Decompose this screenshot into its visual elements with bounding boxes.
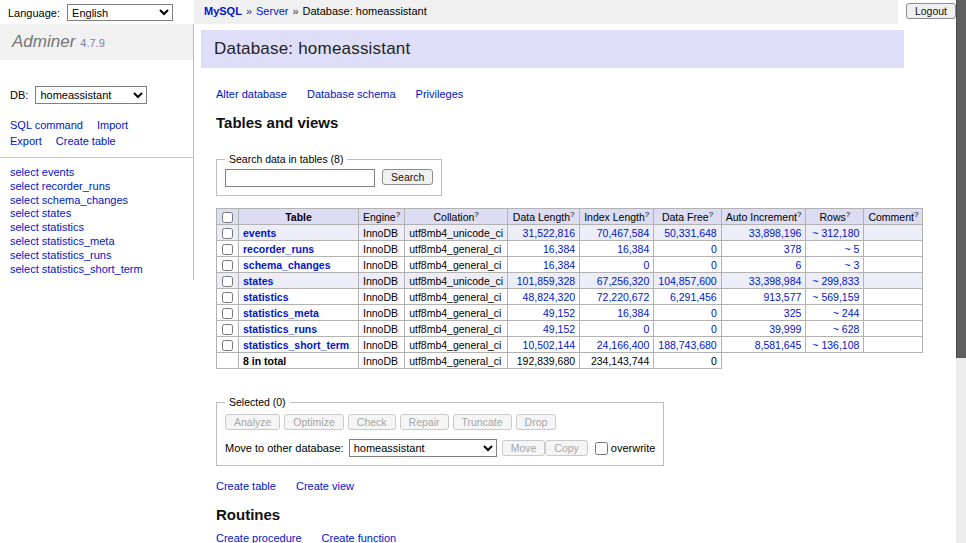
sidebar-action-link[interactable]: Export: [10, 135, 42, 147]
move-db-select[interactable]: homeassistant: [349, 439, 497, 457]
table-name-link[interactable]: schema_changes: [243, 259, 331, 271]
sidebar-select-link[interactable]: select schema_changes: [10, 194, 183, 208]
index-length-link[interactable]: 16,384: [617, 307, 649, 319]
scrollbar[interactable]: [956, 0, 966, 543]
table-name-link[interactable]: events: [243, 227, 276, 239]
sidebar-select-link[interactable]: select events: [10, 166, 183, 180]
auto-increment-link[interactable]: 325: [784, 307, 802, 319]
data-free-link[interactable]: 0: [711, 323, 717, 335]
scrollbar-thumb[interactable]: [956, 0, 966, 358]
data-free-link[interactable]: 0: [711, 307, 717, 319]
rows-link[interactable]: ~ 569,159: [812, 291, 859, 303]
row-checkbox[interactable]: [222, 340, 233, 351]
logout-button[interactable]: Logout: [906, 3, 956, 19]
rows-link[interactable]: ~ 244: [833, 307, 860, 319]
data-length-link[interactable]: 10,502,144: [523, 339, 576, 351]
sidebar-action-link[interactable]: Create table: [56, 135, 116, 147]
sidebar-select-link[interactable]: select states: [10, 207, 183, 221]
row-checkbox[interactable]: [222, 292, 233, 303]
column-hint-link[interactable]: ?: [396, 209, 400, 218]
data-length-link[interactable]: 49,152: [543, 323, 575, 335]
table-name-link[interactable]: recorder_runs: [243, 243, 314, 255]
auto-increment-link[interactable]: 8,581,645: [755, 339, 802, 351]
index-length-link[interactable]: 72,220,672: [597, 291, 650, 303]
rows-link[interactable]: ~ 299,833: [812, 275, 859, 287]
rows-link[interactable]: ~ 628: [833, 323, 860, 335]
table-name-link[interactable]: statistics_runs: [243, 323, 317, 335]
db-action-link[interactable]: Database schema: [307, 88, 396, 100]
language-select[interactable]: English: [67, 4, 173, 21]
index-length-link[interactable]: 67,256,320: [597, 275, 650, 287]
table-name-link[interactable]: statistics_meta: [243, 307, 319, 319]
data-free-link[interactable]: 50,331,648: [664, 227, 717, 239]
sidebar-select-link[interactable]: select statistics_meta: [10, 235, 183, 249]
data-free-link[interactable]: 0: [711, 259, 717, 271]
row-checkbox[interactable]: [222, 308, 233, 319]
db-select[interactable]: homeassistant: [35, 86, 147, 104]
sidebar-select-link[interactable]: select statistics: [10, 221, 183, 235]
data-free-link[interactable]: 188,743,680: [658, 339, 716, 351]
rows-link[interactable]: ~ 5: [844, 243, 859, 255]
data-length-link[interactable]: 31,522,816: [523, 227, 576, 239]
auto-increment-link[interactable]: 378: [784, 243, 802, 255]
search-button[interactable]: Search: [382, 169, 433, 185]
index-length-link[interactable]: 16,384: [617, 243, 649, 255]
table-name-link[interactable]: statistics: [243, 291, 289, 303]
row-checkbox[interactable]: [222, 260, 233, 271]
select-all-checkbox[interactable]: [222, 212, 233, 223]
data-length-link[interactable]: 101,859,328: [517, 275, 575, 287]
routine-link[interactable]: Create procedure: [216, 532, 302, 543]
sidebar-select-link[interactable]: select statistics_short_term: [10, 263, 183, 277]
data-length-link[interactable]: 16,384: [543, 243, 575, 255]
app-version-link[interactable]: 4.7.9: [80, 37, 104, 49]
row-checkbox[interactable]: [222, 228, 233, 239]
column-hint-link[interactable]: ?: [645, 209, 649, 218]
index-length-link[interactable]: 70,467,584: [597, 227, 650, 239]
data-free-link[interactable]: 6,291,456: [670, 291, 717, 303]
create-link[interactable]: Create table: [216, 480, 276, 492]
sidebar-actions: SQL commandImportExportCreate table: [0, 108, 193, 158]
auto-increment-link[interactable]: 6: [796, 259, 802, 271]
data-free-link[interactable]: 104,857,600: [658, 275, 716, 287]
data-length-link[interactable]: 49,152: [543, 307, 575, 319]
index-length-link[interactable]: 24,166,400: [597, 339, 650, 351]
auto-increment-link[interactable]: 33,898,196: [749, 227, 802, 239]
sidebar-action-link[interactable]: SQL command: [10, 119, 83, 131]
column-hint-link[interactable]: ?: [709, 209, 713, 218]
create-link[interactable]: Create view: [296, 480, 354, 492]
breadcrumb-link[interactable]: MySQL: [204, 5, 242, 17]
overwrite-toggle[interactable]: overwrite: [595, 442, 656, 455]
rows-link[interactable]: ~ 136,108: [812, 339, 859, 351]
rows-link[interactable]: ~ 312,180: [812, 227, 859, 239]
column-hint-link[interactable]: ?: [846, 209, 850, 218]
column-hint-link[interactable]: ?: [797, 209, 801, 218]
db-action-link[interactable]: Privileges: [416, 88, 464, 100]
column-hint-link[interactable]: ?: [570, 209, 574, 218]
index-length-link[interactable]: 0: [643, 259, 649, 271]
row-checkbox[interactable]: [222, 276, 233, 287]
column-hint-link[interactable]: ?: [914, 209, 918, 218]
auto-increment-link[interactable]: 33,398,984: [749, 275, 802, 287]
data-free-link[interactable]: 0: [711, 243, 717, 255]
column-hint-link[interactable]: ?: [474, 209, 478, 218]
total-data-free: 0: [654, 353, 721, 369]
sidebar-select-link[interactable]: select recorder_runs: [10, 180, 183, 194]
selected-fieldset: Selected (0) AnalyzeOptimizeCheckRepairT…: [216, 396, 664, 466]
index-length-link[interactable]: 0: [643, 323, 649, 335]
row-checkbox[interactable]: [222, 324, 233, 335]
table-name-link[interactable]: statistics_short_term: [243, 339, 349, 351]
routine-link[interactable]: Create function: [322, 532, 397, 543]
sidebar-action-link[interactable]: Import: [97, 119, 128, 131]
row-checkbox[interactable]: [222, 244, 233, 255]
breadcrumb-link[interactable]: Server: [256, 5, 288, 17]
db-action-link[interactable]: Alter database: [216, 88, 287, 100]
sidebar-select-link[interactable]: select statistics_runs: [10, 249, 183, 263]
data-length-link[interactable]: 48,824,320: [523, 291, 576, 303]
table-name-link[interactable]: states: [243, 275, 273, 287]
auto-increment-link[interactable]: 913,577: [763, 291, 801, 303]
data-length-link[interactable]: 16,384: [543, 259, 575, 271]
auto-increment-link[interactable]: 39,999: [769, 323, 801, 335]
overwrite-checkbox[interactable]: [595, 442, 608, 455]
rows-link[interactable]: ~ 3: [844, 259, 859, 271]
search-input[interactable]: [225, 169, 375, 187]
